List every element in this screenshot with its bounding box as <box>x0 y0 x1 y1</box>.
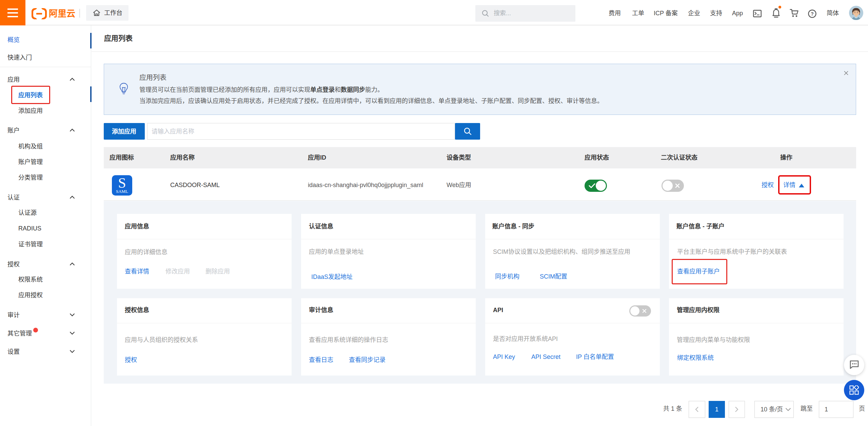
svg-text:?: ? <box>811 11 814 17</box>
